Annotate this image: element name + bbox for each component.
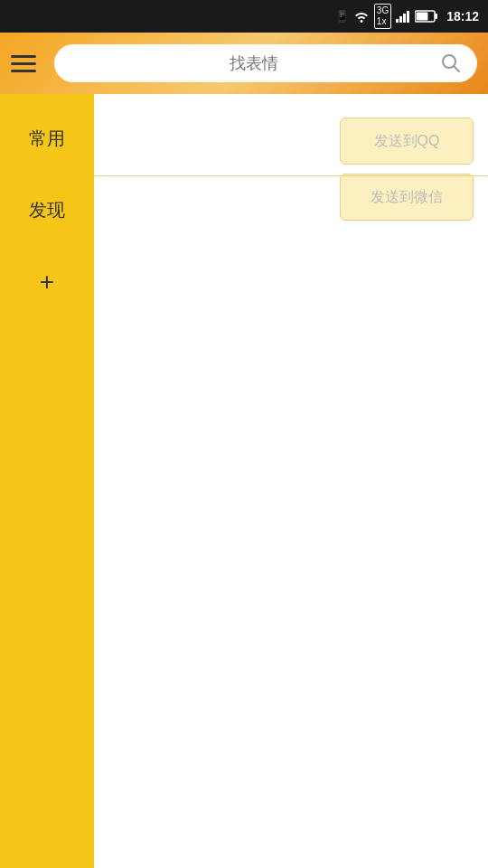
add-icon: + <box>40 269 54 295</box>
send-to-wechat-button[interactable]: 发送到微信 <box>340 174 474 221</box>
menu-line-1 <box>11 55 36 58</box>
svg-rect-2 <box>403 14 406 23</box>
status-icons: 📱 3G1x 18:12 <box>335 4 479 29</box>
menu-line-3 <box>11 70 36 72</box>
send-to-qq-label: 发送到QQ <box>374 132 440 151</box>
sidebar: 常用 发现 + <box>0 94 94 868</box>
sidebar-add-button[interactable]: + <box>0 255 94 309</box>
battery-icon <box>415 10 438 23</box>
sidebar-item-common[interactable]: 常用 <box>0 112 94 165</box>
phone-icon: 📱 <box>335 10 349 23</box>
status-bar: 📱 3G1x 18:12 <box>0 0 488 33</box>
search-input[interactable] <box>70 54 437 73</box>
sidebar-common-label: 常用 <box>29 127 65 151</box>
main-layout: 常用 发现 + 发送到QQ 发送到微信 <box>0 94 488 868</box>
sidebar-discover-label: 发现 <box>29 198 65 222</box>
menu-line-2 <box>11 62 36 65</box>
svg-rect-1 <box>399 16 402 23</box>
signal-icon <box>396 10 410 23</box>
status-time: 18:12 <box>446 9 479 24</box>
search-bar[interactable] <box>54 44 477 82</box>
svg-rect-0 <box>396 19 399 23</box>
send-to-wechat-label: 发送到微信 <box>371 188 443 207</box>
header <box>0 33 488 94</box>
content-area: 发送到QQ 发送到微信 <box>94 94 488 868</box>
menu-button[interactable] <box>11 47 43 80</box>
search-button[interactable] <box>437 50 465 77</box>
svg-rect-5 <box>435 14 437 19</box>
svg-rect-6 <box>417 13 428 21</box>
svg-line-8 <box>455 67 460 72</box>
content-divider <box>94 175 488 176</box>
send-to-qq-button[interactable]: 发送到QQ <box>340 118 474 165</box>
sidebar-item-discover[interactable]: 发现 <box>0 184 94 237</box>
wifi-icon <box>353 10 370 23</box>
action-buttons: 发送到QQ 发送到微信 <box>340 118 474 221</box>
network-icon: 3G1x <box>374 4 391 29</box>
svg-rect-3 <box>407 11 409 23</box>
